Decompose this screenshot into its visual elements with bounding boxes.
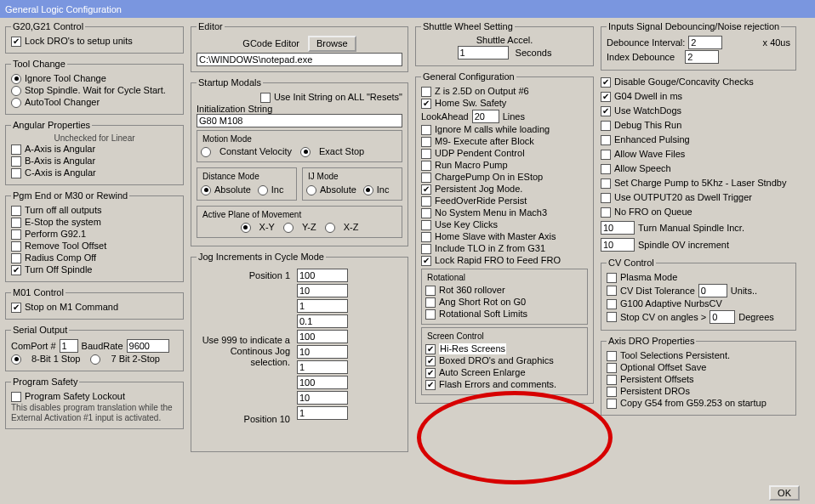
jog-pos4-input[interactable] bbox=[297, 314, 348, 328]
lockrapid-checkbox[interactable] bbox=[421, 256, 431, 266]
z25d-checkbox[interactable] bbox=[421, 87, 431, 97]
ignore-m-checkbox[interactable] bbox=[421, 125, 431, 135]
stop-spindle-radio[interactable] bbox=[11, 86, 21, 96]
constant-velocity-radio[interactable] bbox=[201, 147, 211, 157]
col-3: Shuttle Wheel Setting Shuttle Accel. Sec… bbox=[415, 21, 594, 452]
jog-pos9-input[interactable] bbox=[297, 391, 348, 405]
jog-pos8-input[interactable] bbox=[297, 376, 348, 389]
comport-input[interactable] bbox=[60, 339, 78, 353]
enhanced-checkbox[interactable] bbox=[601, 135, 611, 145]
wave-checkbox[interactable] bbox=[601, 150, 611, 160]
cvdist-input[interactable] bbox=[698, 284, 727, 297]
m9-checkbox[interactable] bbox=[421, 137, 431, 147]
shuttle-accel-input[interactable] bbox=[458, 46, 509, 59]
estop-checkbox[interactable] bbox=[11, 218, 21, 228]
auto-enlarge-checkbox[interactable] bbox=[425, 368, 436, 378]
persoffsets-checkbox[interactable] bbox=[607, 375, 617, 385]
stopcv-checkbox[interactable] bbox=[607, 312, 617, 322]
shuttle-group: Shuttle Wheel Setting Shuttle Accel. Sec… bbox=[415, 21, 594, 66]
setcharge-checkbox[interactable] bbox=[601, 178, 611, 189]
rot360-checkbox[interactable] bbox=[425, 286, 436, 296]
toolchange-group: Tool Change Ignore Tool Change Stop Spin… bbox=[5, 59, 184, 115]
copyg54-checkbox[interactable] bbox=[607, 399, 617, 409]
persdro-checkbox[interactable] bbox=[607, 387, 617, 397]
dist-abs-radio[interactable] bbox=[201, 185, 211, 195]
jog-pos10-input[interactable] bbox=[297, 406, 348, 420]
turnoff-outputs-checkbox[interactable] bbox=[11, 206, 21, 216]
debounce-interval-input[interactable] bbox=[688, 36, 722, 49]
b-axis-checkbox[interactable] bbox=[11, 156, 21, 167]
watchdog-checkbox[interactable] bbox=[601, 106, 611, 116]
plane-yz-radio[interactable] bbox=[283, 223, 294, 233]
exact-stop-radio[interactable] bbox=[300, 147, 311, 157]
homeslave-checkbox[interactable] bbox=[421, 232, 431, 242]
perform-g92-checkbox[interactable] bbox=[11, 229, 21, 240]
ok-button[interactable]: OK bbox=[769, 485, 800, 501]
index-debounce-input[interactable] bbox=[685, 50, 719, 64]
jog-pos7-input[interactable] bbox=[297, 360, 348, 374]
flash-errors-checkbox[interactable] bbox=[425, 380, 436, 390]
editor-group: Editor GCode Editor Browse bbox=[191, 21, 408, 72]
dist-inc-radio[interactable] bbox=[258, 185, 268, 195]
toolsel-checkbox[interactable] bbox=[607, 351, 617, 361]
ignore-toolchange-radio[interactable] bbox=[11, 74, 21, 84]
lock-dro-checkbox[interactable] bbox=[11, 37, 21, 47]
window-title: General Logic Configuration bbox=[5, 4, 122, 14]
output20-checkbox[interactable] bbox=[601, 193, 611, 203]
jog-pos1-input[interactable] bbox=[297, 269, 348, 282]
jog-pos6-input[interactable] bbox=[297, 345, 348, 359]
a-axis-checkbox[interactable] bbox=[11, 144, 21, 155]
init-string-input[interactable] bbox=[197, 114, 402, 127]
nosysmenu-checkbox[interactable] bbox=[421, 208, 431, 218]
ij-inc-radio[interactable] bbox=[363, 185, 373, 195]
useinit-checkbox[interactable] bbox=[260, 93, 271, 103]
softlimits-checkbox[interactable] bbox=[425, 309, 436, 320]
safety-lockout-checkbox[interactable] bbox=[11, 392, 21, 402]
title-bar: General Logic Configuration bbox=[0, 0, 815, 18]
axisdro-group: Axis DRO Properties Tool Selections Pers… bbox=[601, 336, 796, 416]
boxed-dro-checkbox[interactable] bbox=[425, 356, 436, 366]
chargepump-checkbox[interactable] bbox=[421, 173, 431, 183]
hires-checkbox[interactable] bbox=[425, 344, 436, 354]
radius-comp-checkbox[interactable] bbox=[11, 253, 21, 263]
persistent-jog-checkbox[interactable] bbox=[421, 184, 431, 195]
baudrate-input[interactable] bbox=[127, 339, 169, 353]
stop-m1-checkbox[interactable] bbox=[11, 303, 21, 313]
plasma-checkbox[interactable] bbox=[607, 273, 617, 283]
nofro-checkbox[interactable] bbox=[601, 207, 611, 218]
8bit-radio[interactable] bbox=[11, 354, 21, 365]
autotool-radio[interactable] bbox=[11, 98, 21, 108]
optoffset-checkbox[interactable] bbox=[607, 363, 617, 373]
runmacro-checkbox[interactable] bbox=[421, 161, 431, 171]
debug-checkbox[interactable] bbox=[601, 121, 611, 131]
m01-group: M01 Control Stop on M1 Command bbox=[5, 287, 184, 320]
lookahead-input[interactable] bbox=[472, 110, 499, 123]
man-spindle-input[interactable] bbox=[601, 221, 635, 235]
browse-button[interactable]: Browse bbox=[308, 36, 356, 52]
7bit-radio[interactable] bbox=[90, 354, 100, 365]
feedoverride-checkbox[interactable] bbox=[421, 196, 431, 207]
spindle-ov-input[interactable] bbox=[601, 238, 635, 252]
general-config-group: General Configuration Z is 2.5D on Outpu… bbox=[415, 71, 594, 404]
gouge-checkbox[interactable] bbox=[601, 77, 611, 88]
plane-xz-radio[interactable] bbox=[325, 223, 335, 233]
keyclicks-checkbox[interactable] bbox=[421, 220, 431, 230]
g04-checkbox[interactable] bbox=[601, 92, 611, 102]
plane-xy-radio[interactable] bbox=[241, 223, 251, 233]
homesw-checkbox[interactable] bbox=[421, 99, 431, 109]
stopcv-input[interactable] bbox=[710, 310, 735, 324]
remove-tooloffset-checkbox[interactable] bbox=[11, 241, 21, 252]
ij-abs-radio[interactable] bbox=[306, 185, 316, 195]
jog-pos3-input[interactable] bbox=[297, 299, 348, 313]
speech-checkbox[interactable] bbox=[601, 164, 611, 174]
g100-checkbox[interactable] bbox=[607, 299, 617, 309]
jog-pos5-input[interactable] bbox=[297, 330, 348, 343]
editor-path-input[interactable] bbox=[197, 53, 402, 66]
udp-checkbox[interactable] bbox=[421, 149, 431, 159]
cvdist-checkbox[interactable] bbox=[607, 286, 617, 296]
turnoff-spindle-checkbox[interactable] bbox=[11, 265, 21, 275]
angshort-checkbox[interactable] bbox=[425, 297, 436, 308]
jog-pos2-input[interactable] bbox=[297, 284, 348, 297]
c-axis-checkbox[interactable] bbox=[11, 168, 21, 178]
tlo-checkbox[interactable] bbox=[421, 244, 431, 254]
